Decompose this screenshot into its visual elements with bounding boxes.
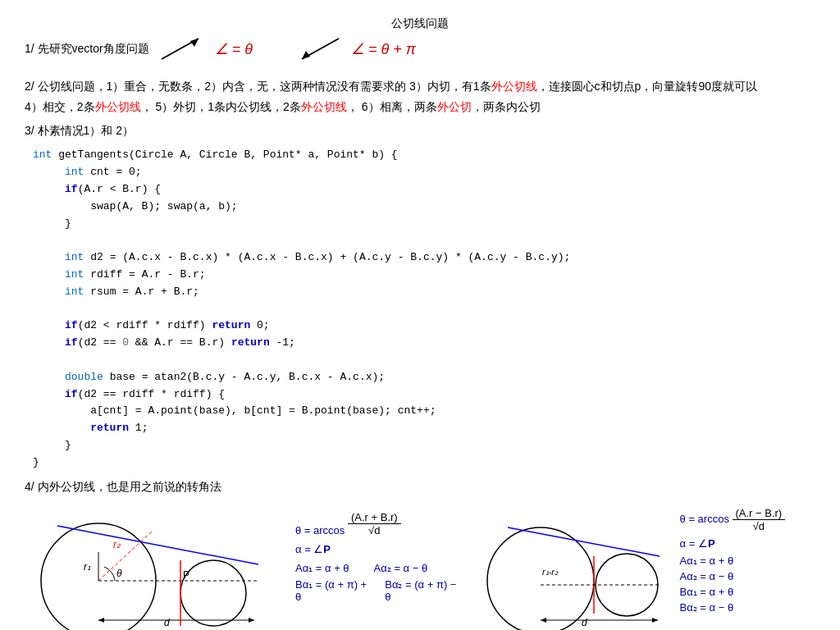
section1-label: 1/ 先研究vector角度问题 <box>25 42 149 57</box>
arrow-right-icon <box>158 34 207 63</box>
page-title: 公切线问题 <box>25 16 815 31</box>
svg-marker-27 <box>541 618 546 623</box>
svg-text:d: d <box>164 617 170 628</box>
section2-line1: 2/ 公切线问题，1）重合，无数条，2）内含，无，这两种情况没有需要求的 3）内… <box>25 76 815 97</box>
svg-text:r₁-r₂: r₁-r₂ <box>542 567 559 577</box>
left-diagram-svg: r₁ r₂ θ P d <box>25 503 279 630</box>
diagrams-container: r₁ r₂ θ P d <box>25 503 815 630</box>
svg-marker-1 <box>190 39 199 47</box>
right-formulas: θ = arccos (A.r − B.r) √d α = ∠P Aα₁ = α… <box>680 503 815 617</box>
svg-text:r₁: r₁ <box>84 561 91 573</box>
svg-text:d: d <box>582 617 587 628</box>
title-text: 公切线问题 <box>391 16 449 30</box>
right-diagram-svg: r₁-r₂ d <box>475 503 664 630</box>
svg-marker-17 <box>249 618 254 623</box>
svg-text:r₂: r₂ <box>113 539 121 550</box>
svg-text:θ: θ <box>116 568 122 579</box>
code-block: int getTangents(Circle A, Circle B, Poin… <box>25 147 815 471</box>
section4-label: 4/ 内外公切线，也是用之前说的转角法 <box>25 480 221 493</box>
svg-line-10 <box>57 526 258 564</box>
arrow-left-icon <box>294 34 343 63</box>
svg-point-5 <box>180 560 246 626</box>
svg-line-23 <box>508 527 660 556</box>
left-formulas: θ = arccos (A.r + B.r) √d α = ∠P Aα₁ = α… <box>295 503 459 603</box>
svg-point-19 <box>487 527 594 630</box>
right-diagram: r₁-r₂ d <box>475 503 664 630</box>
svg-text:P: P <box>183 569 189 581</box>
section3-label: 3/ 朴素情况1）和 2） <box>25 124 134 137</box>
svg-marker-16 <box>98 618 104 623</box>
left-diagram: r₁ r₂ θ P d <box>25 503 279 630</box>
section2-line2: 4）相交，2条外公切线， 5）外切，1条内公切线，2条外公切线， 6）相离，两条… <box>25 97 815 117</box>
formula1: ∠ = θ <box>215 40 253 58</box>
svg-marker-3 <box>302 51 310 59</box>
formula2: ∠ = θ + π <box>351 40 416 58</box>
svg-marker-28 <box>652 618 658 623</box>
